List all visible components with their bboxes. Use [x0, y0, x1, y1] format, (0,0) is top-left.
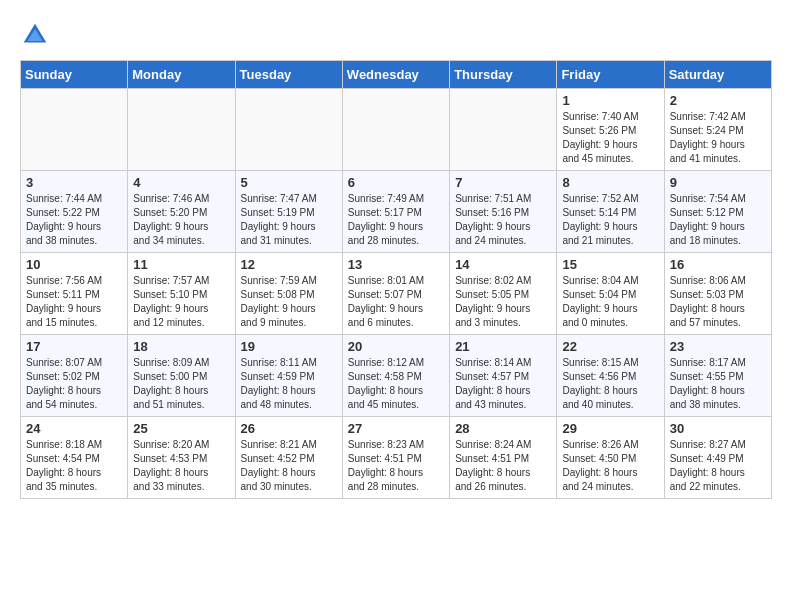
day-number: 11 [133, 257, 229, 272]
day-info: Sunrise: 8:11 AM Sunset: 4:59 PM Dayligh… [241, 356, 337, 412]
calendar-cell: 8Sunrise: 7:52 AM Sunset: 5:14 PM Daylig… [557, 171, 664, 253]
day-info: Sunrise: 8:04 AM Sunset: 5:04 PM Dayligh… [562, 274, 658, 330]
weekday-header-saturday: Saturday [664, 61, 771, 89]
weekday-header-monday: Monday [128, 61, 235, 89]
week-row-5: 24Sunrise: 8:18 AM Sunset: 4:54 PM Dayli… [21, 417, 772, 499]
page-header [20, 20, 772, 50]
calendar-cell: 24Sunrise: 8:18 AM Sunset: 4:54 PM Dayli… [21, 417, 128, 499]
day-number: 5 [241, 175, 337, 190]
day-number: 9 [670, 175, 766, 190]
day-info: Sunrise: 8:27 AM Sunset: 4:49 PM Dayligh… [670, 438, 766, 494]
day-info: Sunrise: 7:59 AM Sunset: 5:08 PM Dayligh… [241, 274, 337, 330]
weekday-header-wednesday: Wednesday [342, 61, 449, 89]
logo-icon [20, 20, 50, 50]
calendar-cell: 7Sunrise: 7:51 AM Sunset: 5:16 PM Daylig… [450, 171, 557, 253]
day-info: Sunrise: 8:24 AM Sunset: 4:51 PM Dayligh… [455, 438, 551, 494]
day-number: 24 [26, 421, 122, 436]
calendar-cell: 27Sunrise: 8:23 AM Sunset: 4:51 PM Dayli… [342, 417, 449, 499]
calendar-cell: 4Sunrise: 7:46 AM Sunset: 5:20 PM Daylig… [128, 171, 235, 253]
calendar-cell: 26Sunrise: 8:21 AM Sunset: 4:52 PM Dayli… [235, 417, 342, 499]
day-info: Sunrise: 7:47 AM Sunset: 5:19 PM Dayligh… [241, 192, 337, 248]
day-info: Sunrise: 8:14 AM Sunset: 4:57 PM Dayligh… [455, 356, 551, 412]
calendar-cell [450, 89, 557, 171]
day-number: 12 [241, 257, 337, 272]
calendar-cell: 19Sunrise: 8:11 AM Sunset: 4:59 PM Dayli… [235, 335, 342, 417]
day-info: Sunrise: 7:49 AM Sunset: 5:17 PM Dayligh… [348, 192, 444, 248]
weekday-header-friday: Friday [557, 61, 664, 89]
day-number: 10 [26, 257, 122, 272]
day-number: 21 [455, 339, 551, 354]
day-info: Sunrise: 8:23 AM Sunset: 4:51 PM Dayligh… [348, 438, 444, 494]
day-info: Sunrise: 8:17 AM Sunset: 4:55 PM Dayligh… [670, 356, 766, 412]
day-info: Sunrise: 7:56 AM Sunset: 5:11 PM Dayligh… [26, 274, 122, 330]
day-info: Sunrise: 7:40 AM Sunset: 5:26 PM Dayligh… [562, 110, 658, 166]
calendar-cell: 20Sunrise: 8:12 AM Sunset: 4:58 PM Dayli… [342, 335, 449, 417]
day-number: 26 [241, 421, 337, 436]
day-number: 28 [455, 421, 551, 436]
day-number: 3 [26, 175, 122, 190]
calendar-table: SundayMondayTuesdayWednesdayThursdayFrid… [20, 60, 772, 499]
day-number: 17 [26, 339, 122, 354]
calendar-cell: 10Sunrise: 7:56 AM Sunset: 5:11 PM Dayli… [21, 253, 128, 335]
day-info: Sunrise: 8:06 AM Sunset: 5:03 PM Dayligh… [670, 274, 766, 330]
week-row-4: 17Sunrise: 8:07 AM Sunset: 5:02 PM Dayli… [21, 335, 772, 417]
day-info: Sunrise: 7:44 AM Sunset: 5:22 PM Dayligh… [26, 192, 122, 248]
calendar-cell: 14Sunrise: 8:02 AM Sunset: 5:05 PM Dayli… [450, 253, 557, 335]
calendar-cell: 12Sunrise: 7:59 AM Sunset: 5:08 PM Dayli… [235, 253, 342, 335]
day-number: 16 [670, 257, 766, 272]
calendar-cell: 1Sunrise: 7:40 AM Sunset: 5:26 PM Daylig… [557, 89, 664, 171]
calendar-cell: 18Sunrise: 8:09 AM Sunset: 5:00 PM Dayli… [128, 335, 235, 417]
week-row-2: 3Sunrise: 7:44 AM Sunset: 5:22 PM Daylig… [21, 171, 772, 253]
day-info: Sunrise: 7:46 AM Sunset: 5:20 PM Dayligh… [133, 192, 229, 248]
day-number: 6 [348, 175, 444, 190]
calendar-cell: 15Sunrise: 8:04 AM Sunset: 5:04 PM Dayli… [557, 253, 664, 335]
calendar-cell: 30Sunrise: 8:27 AM Sunset: 4:49 PM Dayli… [664, 417, 771, 499]
day-number: 4 [133, 175, 229, 190]
day-number: 18 [133, 339, 229, 354]
calendar-cell: 16Sunrise: 8:06 AM Sunset: 5:03 PM Dayli… [664, 253, 771, 335]
day-info: Sunrise: 8:02 AM Sunset: 5:05 PM Dayligh… [455, 274, 551, 330]
day-info: Sunrise: 8:12 AM Sunset: 4:58 PM Dayligh… [348, 356, 444, 412]
weekday-header-thursday: Thursday [450, 61, 557, 89]
week-row-1: 1Sunrise: 7:40 AM Sunset: 5:26 PM Daylig… [21, 89, 772, 171]
calendar-cell: 2Sunrise: 7:42 AM Sunset: 5:24 PM Daylig… [664, 89, 771, 171]
calendar-cell: 9Sunrise: 7:54 AM Sunset: 5:12 PM Daylig… [664, 171, 771, 253]
day-info: Sunrise: 7:52 AM Sunset: 5:14 PM Dayligh… [562, 192, 658, 248]
day-number: 29 [562, 421, 658, 436]
day-number: 22 [562, 339, 658, 354]
day-info: Sunrise: 7:42 AM Sunset: 5:24 PM Dayligh… [670, 110, 766, 166]
calendar-cell: 22Sunrise: 8:15 AM Sunset: 4:56 PM Dayli… [557, 335, 664, 417]
calendar-cell: 5Sunrise: 7:47 AM Sunset: 5:19 PM Daylig… [235, 171, 342, 253]
calendar-cell [21, 89, 128, 171]
calendar-cell: 13Sunrise: 8:01 AM Sunset: 5:07 PM Dayli… [342, 253, 449, 335]
week-row-3: 10Sunrise: 7:56 AM Sunset: 5:11 PM Dayli… [21, 253, 772, 335]
calendar-cell: 28Sunrise: 8:24 AM Sunset: 4:51 PM Dayli… [450, 417, 557, 499]
day-number: 30 [670, 421, 766, 436]
day-number: 8 [562, 175, 658, 190]
day-info: Sunrise: 8:09 AM Sunset: 5:00 PM Dayligh… [133, 356, 229, 412]
day-info: Sunrise: 7:51 AM Sunset: 5:16 PM Dayligh… [455, 192, 551, 248]
calendar-cell: 11Sunrise: 7:57 AM Sunset: 5:10 PM Dayli… [128, 253, 235, 335]
day-info: Sunrise: 7:57 AM Sunset: 5:10 PM Dayligh… [133, 274, 229, 330]
weekday-header-tuesday: Tuesday [235, 61, 342, 89]
day-number: 25 [133, 421, 229, 436]
calendar-cell: 3Sunrise: 7:44 AM Sunset: 5:22 PM Daylig… [21, 171, 128, 253]
weekday-header-sunday: Sunday [21, 61, 128, 89]
calendar-cell [128, 89, 235, 171]
calendar-cell: 23Sunrise: 8:17 AM Sunset: 4:55 PM Dayli… [664, 335, 771, 417]
day-info: Sunrise: 8:26 AM Sunset: 4:50 PM Dayligh… [562, 438, 658, 494]
day-number: 20 [348, 339, 444, 354]
day-number: 7 [455, 175, 551, 190]
day-number: 23 [670, 339, 766, 354]
day-info: Sunrise: 8:18 AM Sunset: 4:54 PM Dayligh… [26, 438, 122, 494]
logo [20, 20, 54, 50]
day-number: 13 [348, 257, 444, 272]
day-number: 19 [241, 339, 337, 354]
day-info: Sunrise: 7:54 AM Sunset: 5:12 PM Dayligh… [670, 192, 766, 248]
calendar-cell: 6Sunrise: 7:49 AM Sunset: 5:17 PM Daylig… [342, 171, 449, 253]
day-info: Sunrise: 8:15 AM Sunset: 4:56 PM Dayligh… [562, 356, 658, 412]
calendar-cell: 17Sunrise: 8:07 AM Sunset: 5:02 PM Dayli… [21, 335, 128, 417]
day-info: Sunrise: 8:07 AM Sunset: 5:02 PM Dayligh… [26, 356, 122, 412]
day-info: Sunrise: 8:21 AM Sunset: 4:52 PM Dayligh… [241, 438, 337, 494]
calendar-cell [235, 89, 342, 171]
